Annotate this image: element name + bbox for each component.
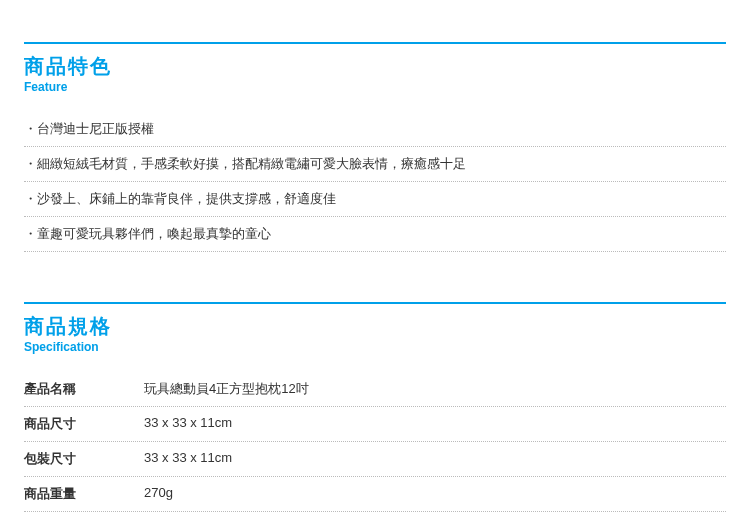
bullet-icon: ・ xyxy=(24,121,37,136)
spec-value: 270g xyxy=(144,485,726,503)
feature-item: ・細緻短絨毛材質，手感柔軟好摸，搭配精緻電繡可愛大臉表情，療癒感十足 xyxy=(24,147,726,182)
spec-value: 玩具總動員4正方型抱枕12吋 xyxy=(144,380,726,398)
spec-heading: 商品規格 Specification xyxy=(24,302,726,354)
spec-row: 商品尺寸 33 x 33 x 11cm xyxy=(24,407,726,442)
feature-title-zh: 商品特色 xyxy=(24,54,726,78)
feature-text: 細緻短絨毛材質，手感柔軟好摸，搭配精緻電繡可愛大臉表情，療癒感十足 xyxy=(37,156,466,171)
spec-row: 產品名稱 玩具總動員4正方型抱枕12吋 xyxy=(24,372,726,407)
feature-heading: 商品特色 Feature xyxy=(24,42,726,94)
spec-row: 包裝重量 270g xyxy=(24,512,726,517)
feature-text: 台灣迪士尼正版授權 xyxy=(37,121,154,136)
feature-item: ・沙發上、床鋪上的靠背良伴，提供支撐感，舒適度佳 xyxy=(24,182,726,217)
spec-label: 包裝尺寸 xyxy=(24,450,144,468)
spec-value: 33 x 33 x 11cm xyxy=(144,450,726,468)
bullet-icon: ・ xyxy=(24,226,37,241)
feature-title-en: Feature xyxy=(24,80,726,94)
spec-title-en: Specification xyxy=(24,340,726,354)
feature-text: 沙發上、床鋪上的靠背良伴，提供支撐感，舒適度佳 xyxy=(37,191,336,206)
spec-table: 產品名稱 玩具總動員4正方型抱枕12吋 商品尺寸 33 x 33 x 11cm … xyxy=(24,372,726,517)
spec-value: 33 x 33 x 11cm xyxy=(144,415,726,433)
bullet-icon: ・ xyxy=(24,156,37,171)
feature-item: ・台灣迪士尼正版授權 xyxy=(24,112,726,147)
spec-row: 商品重量 270g xyxy=(24,477,726,512)
bullet-icon: ・ xyxy=(24,191,37,206)
feature-list: ・台灣迪士尼正版授權 ・細緻短絨毛材質，手感柔軟好摸，搭配精緻電繡可愛大臉表情，… xyxy=(24,112,726,252)
spec-title-zh: 商品規格 xyxy=(24,314,726,338)
spec-row: 包裝尺寸 33 x 33 x 11cm xyxy=(24,442,726,477)
spec-label: 產品名稱 xyxy=(24,380,144,398)
feature-text: 童趣可愛玩具夥伴們，喚起最真摯的童心 xyxy=(37,226,271,241)
feature-item: ・童趣可愛玩具夥伴們，喚起最真摯的童心 xyxy=(24,217,726,252)
spec-label: 商品重量 xyxy=(24,485,144,503)
spec-label: 商品尺寸 xyxy=(24,415,144,433)
